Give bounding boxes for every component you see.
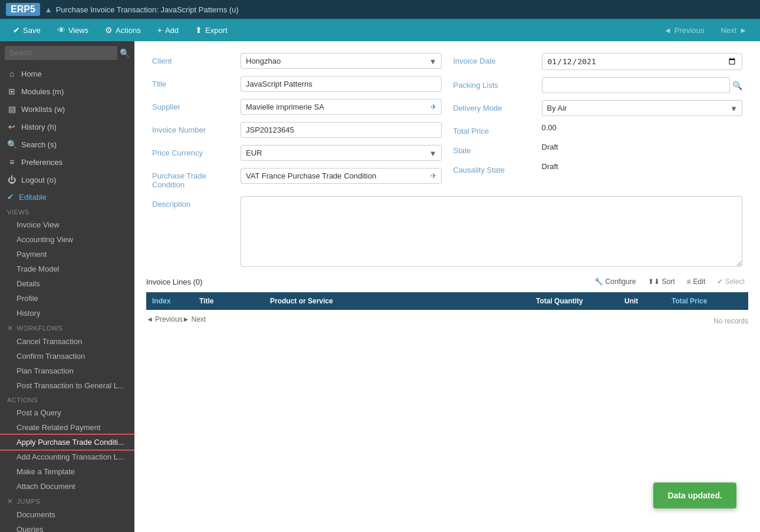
price-currency-label: Price Currency xyxy=(152,145,235,157)
invoice-number-row: Invoice Number xyxy=(152,122,442,138)
select-checkmark: ✔ xyxy=(717,277,723,286)
workflows-section-label: ✕ WORKFLOWS xyxy=(0,320,134,334)
sidebar-item-queries[interactable]: Queries xyxy=(0,522,134,532)
toast-notification: Data updated. xyxy=(653,483,736,508)
sidebar-item-post-transaction[interactable]: Post Transaction to General L... xyxy=(0,378,134,393)
edit-button[interactable]: ≡ Edit xyxy=(683,276,709,288)
supplier-link-icon[interactable]: ✈ xyxy=(430,103,437,111)
sidebar-item-cancel-transaction[interactable]: Cancel Transaction xyxy=(0,334,134,349)
sidebar-item-home[interactable]: ⌂ Home xyxy=(0,65,134,82)
home-icon: ⌂ xyxy=(7,69,17,78)
sidebar-item-payment[interactable]: Payment xyxy=(0,247,134,262)
delivery-mode-select[interactable]: By Air By Sea By Land xyxy=(542,100,743,116)
sidebar-item-confirm-transaction[interactable]: Confirm Transaction xyxy=(0,349,134,364)
description-textarea[interactable] xyxy=(241,196,742,267)
invoice-number-control xyxy=(241,122,442,138)
sidebar-item-documents[interactable]: Documents xyxy=(0,507,134,522)
title-label: Title xyxy=(152,76,235,88)
sidebar-item-post-query[interactable]: Post a Query xyxy=(0,405,134,420)
next-button[interactable]: Next ► xyxy=(713,23,754,38)
client-row: Client Hongzhao ▼ xyxy=(152,53,442,69)
sidebar-item-modules[interactable]: ⊞ Modules (m) xyxy=(0,82,134,100)
purchase-trade-label: Purchase Trade Condition xyxy=(152,168,235,189)
views-button[interactable]: 👁 Views xyxy=(50,22,96,38)
sidebar-item-profile[interactable]: Profile xyxy=(0,291,134,306)
export-button[interactable]: ⬆ Export xyxy=(188,22,235,38)
delivery-mode-row: Delivery Mode By Air By Sea By Land ▼ xyxy=(453,100,743,116)
packing-search-wrap: 🔍 xyxy=(542,77,743,93)
causality-state-value: Draft xyxy=(542,162,743,171)
sort-button[interactable]: ⬆⬇ Sort xyxy=(644,276,679,288)
add-button[interactable]: + Add xyxy=(150,22,186,38)
col-index-link[interactable]: Index xyxy=(152,297,170,305)
description-label: Description xyxy=(152,196,235,209)
purchase-trade-control: ✈ xyxy=(241,168,442,184)
sidebar-item-preferences[interactable]: ≡ Preferences xyxy=(0,153,134,171)
sidebar-item-search[interactable]: 🔍 Search (s) xyxy=(0,136,134,153)
previous-button[interactable]: ◄ Previous xyxy=(657,23,711,38)
views-section-label: VIEWS xyxy=(0,205,134,217)
delivery-mode-control: By Air By Sea By Land ▼ xyxy=(542,100,743,116)
editable-item[interactable]: ✔ Editable xyxy=(0,189,134,205)
price-currency-row: Price Currency EUR USD GBP ▼ xyxy=(152,145,442,161)
views-icon: 👁 xyxy=(57,25,65,35)
purchase-trade-input[interactable] xyxy=(241,168,442,184)
col-total-price-link[interactable]: Total Price xyxy=(672,297,707,305)
description-row: Description xyxy=(146,196,748,269)
sidebar-item-plan-transaction[interactable]: Plan Transaction xyxy=(0,364,134,378)
supplier-input[interactable] xyxy=(241,99,442,115)
price-currency-select[interactable]: EUR USD GBP xyxy=(241,145,442,161)
next-icon: ► xyxy=(739,26,747,35)
state-value: Draft xyxy=(542,143,743,151)
form-right: Invoice Date Packing Lists 🔍 xyxy=(448,53,749,196)
sidebar-item-create-payment[interactable]: Create Related Payment xyxy=(0,420,134,435)
prev-icon: ◄ xyxy=(664,26,672,35)
packing-lists-control: 🔍 xyxy=(542,77,743,93)
preferences-icon: ≡ xyxy=(7,157,17,167)
packing-lists-input[interactable] xyxy=(542,77,731,93)
table-next-button[interactable]: ► Next xyxy=(183,315,206,323)
sidebar-item-make-template[interactable]: Make a Template xyxy=(0,464,134,479)
total-price-label: Total Price xyxy=(453,123,536,136)
table-next-icon: ► xyxy=(183,315,190,323)
invoice-date-control xyxy=(542,53,743,70)
search-icon-button[interactable]: 🔍 xyxy=(120,48,130,58)
check-icon: ✔ xyxy=(7,192,14,201)
invoice-date-input[interactable] xyxy=(542,53,743,70)
erp5-logo: ERP5 xyxy=(6,3,40,16)
configure-button[interactable]: 🔧 Configure xyxy=(591,276,640,288)
actions-button[interactable]: ⚙ Actions xyxy=(98,22,148,38)
save-button[interactable]: ✔ Save xyxy=(6,22,48,38)
sidebar-item-add-accounting[interactable]: Add Accounting Transaction L... xyxy=(0,450,134,464)
sidebar-item-invoice-view[interactable]: Invoice View xyxy=(0,217,134,232)
invoice-number-input[interactable] xyxy=(241,122,442,138)
client-select[interactable]: Hongzhao xyxy=(241,53,442,69)
col-product: Product or Service xyxy=(270,297,536,305)
purchase-trade-link-icon[interactable]: ✈ xyxy=(430,171,437,180)
search-input[interactable] xyxy=(5,46,117,60)
add-icon: + xyxy=(157,25,162,35)
packing-search-icon[interactable]: 🔍 xyxy=(732,81,742,90)
sidebar-item-logout[interactable]: ⏻ Logout (o) xyxy=(0,171,134,189)
supplier-control: ✈ xyxy=(241,99,442,115)
sidebar-item-worklists[interactable]: ▤ Worklists (w) xyxy=(0,100,134,118)
invoice-date-row: Invoice Date xyxy=(453,53,743,70)
client-label: Client xyxy=(152,53,235,65)
select-button[interactable]: ✔ Select xyxy=(713,276,748,288)
sidebar-item-accounting-view[interactable]: Accounting View xyxy=(0,232,134,247)
packing-lists-row: Packing Lists 🔍 xyxy=(453,77,743,93)
sidebar-item-history-view[interactable]: History xyxy=(0,306,134,320)
title-input[interactable] xyxy=(241,76,442,92)
form-grid: Client Hongzhao ▼ Title xyxy=(146,53,748,196)
sidebar-item-details[interactable]: Details xyxy=(0,276,134,291)
packing-lists-label: Packing Lists xyxy=(453,77,536,90)
title-row: Title xyxy=(152,76,442,92)
sidebar-item-apply-trade[interactable]: Apply Purchase Trade Conditi... xyxy=(0,435,134,450)
sidebar-item-attach-document[interactable]: Attach Document xyxy=(0,479,134,494)
toolbar: ✔ Save 👁 Views ⚙ Actions + Add ⬆ Export … xyxy=(0,19,760,41)
table-prev-button[interactable]: ◄ Previous xyxy=(146,315,183,323)
sidebar-item-history[interactable]: ↩ History (h) xyxy=(0,118,134,136)
sidebar-item-trade-model[interactable]: Trade Model xyxy=(0,262,134,276)
history-icon: ↩ xyxy=(7,122,17,131)
invoice-lines-title: Invoice Lines (0) xyxy=(146,277,202,286)
